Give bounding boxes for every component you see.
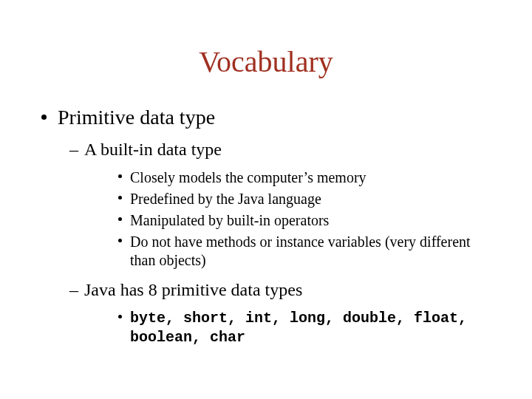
- subitem-text: Java has 8 primitive data types: [84, 280, 302, 299]
- disc-bullet-icon: [118, 239, 122, 242]
- disc-bullet-icon: [118, 196, 122, 200]
- subitem-text: A built-in data type: [84, 140, 222, 159]
- disc-bullet-icon: [118, 174, 122, 178]
- bullet-text: Primitive data type: [58, 106, 215, 129]
- detail-item: Predefined by the Java language: [35, 190, 497, 208]
- detail-item: Manipulated by built-in operators: [35, 211, 497, 230]
- disc-bullet-icon: [118, 217, 122, 221]
- detail-list: Closely models the computer’s memory Pre…: [35, 168, 497, 270]
- dash-bullet-icon: –: [69, 280, 78, 300]
- disc-bullet-icon: [41, 115, 47, 120]
- code-text: byte, short, int, long, double, float, b…: [130, 310, 467, 346]
- detail-text: Closely models the computer’s memory: [130, 169, 366, 185]
- code-types-line: byte, short, int, long, double, float, b…: [35, 309, 497, 347]
- subitem-builtin: – A built-in data type: [35, 140, 497, 160]
- dash-bullet-icon: –: [69, 140, 78, 160]
- detail-text: Predefined by the Java language: [130, 191, 321, 207]
- subitem-eight-types: – Java has 8 primitive data types: [35, 280, 497, 300]
- slide-title: Vocabulary: [35, 44, 497, 79]
- disc-bullet-icon: [118, 315, 122, 318]
- detail-text: Do not have methods or instance variable…: [130, 233, 471, 268]
- detail-text: Manipulated by built-in operators: [130, 212, 329, 228]
- bullet-item-primitive: Primitive data type: [35, 106, 497, 129]
- detail-item: Closely models the computer’s memory: [35, 168, 497, 187]
- slide: Vocabulary Primitive data type – A built…: [0, 0, 532, 399]
- detail-item: Do not have methods or instance variable…: [35, 233, 497, 270]
